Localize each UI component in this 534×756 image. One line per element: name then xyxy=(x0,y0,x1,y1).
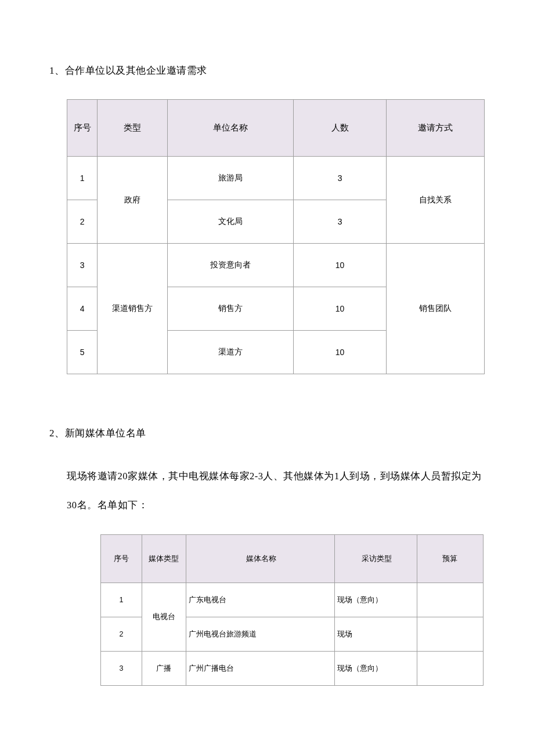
cell-name: 投资意向者 xyxy=(167,244,294,287)
section2-heading: 2、新闻媒体单位名单 xyxy=(49,426,485,440)
col-budget: 预算 xyxy=(417,535,483,583)
section2-paragraph: 现场将邀请20家媒体，其中电视媒体每家2-3人、其他媒体为1人到场，到场媒体人员… xyxy=(67,462,485,519)
table-header-row: 序号 媒体类型 媒体名称 采访类型 预算 xyxy=(101,535,484,583)
cell-name: 旅游局 xyxy=(167,157,294,200)
cell-type: 政府 xyxy=(98,157,167,244)
cell-seq: 4 xyxy=(67,287,98,331)
cell-count: 3 xyxy=(294,157,386,200)
cell-count: 10 xyxy=(294,331,386,374)
cell-seq: 5 xyxy=(67,331,98,374)
cell-name: 渠道方 xyxy=(167,331,294,374)
section1-heading: 1、合作单位以及其他企业邀请需求 xyxy=(49,64,485,77)
table-row: 1 电视台 广东电视台 现场（意向） xyxy=(101,583,484,617)
col-name: 媒体名称 xyxy=(186,535,335,583)
cell-name: 销售方 xyxy=(167,287,294,331)
cell-invite: 自找关系 xyxy=(386,157,484,244)
col-seq: 序号 xyxy=(67,100,98,157)
cell-seq: 2 xyxy=(67,200,98,244)
cell-seq: 3 xyxy=(101,652,142,686)
col-count: 人数 xyxy=(294,100,386,157)
col-type: 媒体类型 xyxy=(142,535,186,583)
document-page: 1、合作单位以及其他企业邀请需求 序号 类型 单位名称 人数 邀请方式 1 政府… xyxy=(0,0,534,756)
cell-type: 电视台 xyxy=(142,583,186,652)
table2-container: 序号 媒体类型 媒体名称 采访类型 预算 1 电视台 广东电视台 现场（意向） xyxy=(100,534,485,686)
cell-kind: 现场 xyxy=(335,617,417,652)
cell-type: 渠道销售方 xyxy=(98,244,167,374)
cell-count: 10 xyxy=(294,244,386,287)
cell-count: 10 xyxy=(294,287,386,331)
cell-budget xyxy=(417,617,483,652)
cell-kind: 现场（意向） xyxy=(335,583,417,617)
cell-type: 广播 xyxy=(142,652,186,686)
table1-container: 序号 类型 单位名称 人数 邀请方式 1 政府 旅游局 3 自找关系 2 xyxy=(67,99,485,374)
cell-name: 广东电视台 xyxy=(186,583,335,617)
table-row: 3 广播 广州广播电台 现场（意向） xyxy=(101,652,484,686)
media-list-table: 序号 媒体类型 媒体名称 采访类型 预算 1 电视台 广东电视台 现场（意向） xyxy=(100,534,484,686)
table-header-row: 序号 类型 单位名称 人数 邀请方式 xyxy=(67,100,485,157)
col-name: 单位名称 xyxy=(167,100,294,157)
table-row: 3 渠道销售方 投资意向者 10 销售团队 xyxy=(67,244,485,287)
cell-seq: 1 xyxy=(101,583,142,617)
col-type: 类型 xyxy=(98,100,167,157)
cell-kind: 现场（意向） xyxy=(335,652,417,686)
cell-budget xyxy=(417,652,483,686)
col-kind: 采访类型 xyxy=(335,535,417,583)
cell-name: 文化局 xyxy=(167,200,294,244)
cell-seq: 2 xyxy=(101,617,142,652)
cell-budget xyxy=(417,583,483,617)
table-row: 1 政府 旅游局 3 自找关系 xyxy=(67,157,485,200)
cell-name: 广州电视台旅游频道 xyxy=(186,617,335,652)
cell-seq: 3 xyxy=(67,244,98,287)
cell-invite: 销售团队 xyxy=(386,244,484,374)
cell-seq: 1 xyxy=(67,157,98,200)
partner-invite-table: 序号 类型 单位名称 人数 邀请方式 1 政府 旅游局 3 自找关系 2 xyxy=(67,99,485,374)
col-seq: 序号 xyxy=(101,535,142,583)
cell-name: 广州广播电台 xyxy=(186,652,335,686)
cell-count: 3 xyxy=(294,200,386,244)
col-invite: 邀请方式 xyxy=(386,100,484,157)
